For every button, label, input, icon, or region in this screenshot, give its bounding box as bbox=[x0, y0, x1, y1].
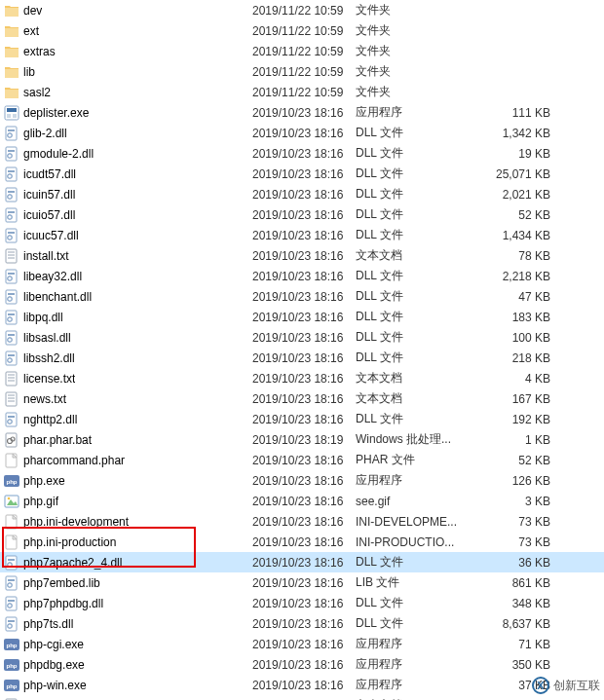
file-row[interactable]: icuin57.dll2019/10/23 18:16DLL 文件2,021 K… bbox=[0, 184, 604, 204]
file-name-cell[interactable]: lib bbox=[4, 64, 252, 80]
file-row[interactable]: php.gif2019/10/23 18:16see.gif3 KB bbox=[0, 491, 604, 511]
file-name-cell[interactable]: glib-2.dll bbox=[4, 126, 252, 141]
file-row[interactable]: news.txt2019/10/23 18:16文本文档167 KB bbox=[0, 388, 604, 409]
file-name-cell[interactable]: phpphp-cgi.exe bbox=[4, 637, 252, 652]
file-name: libssh2.dll bbox=[23, 351, 75, 365]
file-name-cell[interactable]: icudt57.dll bbox=[4, 166, 252, 182]
file-row[interactable]: php7embed.lib2019/10/23 18:16LIB 文件861 K… bbox=[0, 572, 604, 593]
file-name-cell[interactable]: libpq.dll bbox=[4, 310, 252, 325]
file-row[interactable]: extras2019/11/22 10:59文件夹 bbox=[0, 41, 604, 61]
file-date: 2019/10/23 18:16 bbox=[252, 147, 356, 161]
file-row[interactable]: gmodule-2.dll2019/10/23 18:16DLL 文件19 KB bbox=[0, 143, 604, 164]
file-name-cell[interactable]: php7ts.dll bbox=[4, 616, 252, 632]
file-row[interactable]: phpphp-cgi.exe2019/10/23 18:16应用程序71 KB bbox=[0, 634, 604, 654]
file-type: PHAR 文件 bbox=[356, 452, 482, 468]
file-row[interactable]: install.txt2019/10/23 18:16文本文档78 KB bbox=[0, 245, 604, 266]
file-date: 2019/10/23 18:16 bbox=[252, 249, 356, 263]
file-row[interactable]: lib2019/11/22 10:59文件夹 bbox=[0, 61, 604, 82]
file-row[interactable]: phpphpdbg.exe2019/10/23 18:16应用程序350 KB bbox=[0, 654, 604, 675]
file-size: 1,342 KB bbox=[482, 127, 560, 140]
file-row[interactable]: sasl22019/11/22 10:59文件夹 bbox=[0, 82, 604, 102]
file-name-cell[interactable]: php.gif bbox=[4, 494, 252, 509]
file-name: glib-2.dll bbox=[23, 127, 67, 140]
file-size: 71 KB bbox=[482, 638, 560, 651]
file-row[interactable]: libpq.dll2019/10/23 18:16DLL 文件183 KB bbox=[0, 307, 604, 327]
file-name-cell[interactable]: ext bbox=[4, 23, 252, 39]
file-row[interactable]: phpphp.exe2019/10/23 18:16应用程序126 KB bbox=[0, 470, 604, 491]
file-name-cell[interactable]: libsasl.dll bbox=[4, 330, 252, 346]
folder-icon bbox=[4, 23, 19, 39]
phpexe-icon: php bbox=[4, 678, 19, 693]
file-row[interactable]: deplister.exe2019/10/23 18:16应用程序111 KB bbox=[0, 102, 604, 123]
file-size: 348 KB bbox=[482, 597, 560, 610]
file-type: DLL 文件 bbox=[356, 288, 482, 305]
file-name-cell[interactable]: sasl2 bbox=[4, 85, 252, 100]
file-row[interactable]: icuuc57.dll2019/10/23 18:16DLL 文件1,434 K… bbox=[0, 225, 604, 245]
file-name-cell[interactable]: php7embed.lib bbox=[4, 575, 252, 591]
file-list[interactable]: dev2019/11/22 10:59文件夹ext2019/11/22 10:5… bbox=[0, 0, 604, 700]
file-name-cell[interactable]: phpphp.exe bbox=[4, 473, 252, 489]
file-row[interactable]: readme-redist-bins.txt2019/10/23 18:16文本… bbox=[0, 695, 604, 700]
txt-icon bbox=[4, 248, 19, 264]
file-name-cell[interactable]: license.txt bbox=[4, 371, 252, 387]
file-name-cell[interactable]: deplister.exe bbox=[4, 105, 252, 121]
file-name-cell[interactable]: php.ini-production bbox=[4, 534, 252, 550]
phpexe-icon: php bbox=[4, 473, 19, 489]
file-name-cell[interactable]: libeay32.dll bbox=[4, 269, 252, 284]
file-name-cell[interactable]: icuio57.dll bbox=[4, 207, 252, 223]
exe-icon bbox=[4, 105, 19, 121]
dll-icon bbox=[4, 330, 19, 346]
file-name-cell[interactable]: dev bbox=[4, 3, 252, 18]
file-row[interactable]: ext2019/11/22 10:59文件夹 bbox=[0, 20, 604, 41]
file-name-cell[interactable]: nghttp2.dll bbox=[4, 412, 252, 427]
file-row[interactable]: php7apache2_4.dll2019/10/23 18:16DLL 文件3… bbox=[0, 552, 604, 572]
file-row[interactable]: icudt57.dll2019/10/23 18:16DLL 文件25,071 … bbox=[0, 164, 604, 184]
file-date: 2019/10/23 18:16 bbox=[252, 331, 356, 345]
file-row[interactable]: phpphp-win.exe2019/10/23 18:16应用程序37 KB bbox=[0, 675, 604, 695]
file-type: 文件夹 bbox=[356, 63, 482, 80]
file-row[interactable]: php.ini-development2019/10/23 18:16INI-D… bbox=[0, 511, 604, 532]
svg-text:php: php bbox=[7, 643, 18, 648]
file-row[interactable]: pharcommand.phar2019/10/23 18:16PHAR 文件5… bbox=[0, 450, 604, 470]
file-size: 218 KB bbox=[482, 351, 560, 365]
file-row[interactable]: php7phpdbg.dll2019/10/23 18:16DLL 文件348 … bbox=[0, 593, 604, 613]
file-row[interactable]: libssh2.dll2019/10/23 18:16DLL 文件218 KB bbox=[0, 348, 604, 368]
file-date: 2019/10/23 18:16 bbox=[252, 617, 356, 631]
file-name-cell[interactable]: php7apache2_4.dll bbox=[4, 555, 252, 571]
file-size: 4 KB bbox=[482, 372, 560, 386]
file-row[interactable]: libsasl.dll2019/10/23 18:16DLL 文件100 KB bbox=[0, 327, 604, 348]
file-name-cell[interactable]: php7phpdbg.dll bbox=[4, 596, 252, 611]
file-name-cell[interactable]: libenchant.dll bbox=[4, 289, 252, 305]
file-type: DLL 文件 bbox=[356, 411, 482, 427]
svg-text:php: php bbox=[7, 663, 18, 669]
file-row[interactable]: phar.phar.bat2019/10/23 18:19Windows 批处理… bbox=[0, 429, 604, 450]
file-name-cell[interactable]: icuin57.dll bbox=[4, 187, 252, 203]
file-name: php.ini-production bbox=[23, 535, 116, 549]
file-name-cell[interactable]: gmodule-2.dll bbox=[4, 146, 252, 162]
file-name-cell[interactable]: pharcommand.phar bbox=[4, 453, 252, 468]
file-name-cell[interactable]: news.txt bbox=[4, 391, 252, 407]
file-row[interactable]: nghttp2.dll2019/10/23 18:16DLL 文件192 KB bbox=[0, 409, 604, 429]
file-row[interactable]: dev2019/11/22 10:59文件夹 bbox=[0, 0, 604, 20]
file-name-cell[interactable]: php.ini-development bbox=[4, 514, 252, 530]
file-name-cell[interactable]: libssh2.dll bbox=[4, 350, 252, 366]
file-name-cell[interactable]: install.txt bbox=[4, 248, 252, 264]
file-name-cell[interactable]: phpphpdbg.exe bbox=[4, 657, 252, 673]
file-row[interactable]: license.txt2019/10/23 18:16文本文档4 KB bbox=[0, 368, 604, 388]
file-row[interactable]: libenchant.dll2019/10/23 18:16DLL 文件47 K… bbox=[0, 286, 604, 307]
file-name-cell[interactable]: phar.phar.bat bbox=[4, 432, 252, 448]
file-name: icuin57.dll bbox=[23, 188, 75, 202]
file-name-cell[interactable]: phpphp-win.exe bbox=[4, 678, 252, 693]
file-name: icudt57.dll bbox=[23, 167, 76, 181]
file-row[interactable]: php.ini-production2019/10/23 18:16INI-PR… bbox=[0, 532, 604, 552]
file-name: libeay32.dll bbox=[23, 270, 82, 283]
file-row[interactable]: php7ts.dll2019/10/23 18:16DLL 文件8,637 KB bbox=[0, 613, 604, 634]
file-type: DLL 文件 bbox=[356, 206, 482, 223]
file-row[interactable]: icuio57.dll2019/10/23 18:16DLL 文件52 KB bbox=[0, 204, 604, 225]
file-row[interactable]: glib-2.dll2019/10/23 18:16DLL 文件1,342 KB bbox=[0, 123, 604, 143]
file-name-cell[interactable]: icuuc57.dll bbox=[4, 228, 252, 243]
dll-icon bbox=[4, 412, 19, 427]
file-name-cell[interactable]: extras bbox=[4, 44, 252, 59]
file-row[interactable]: libeay32.dll2019/10/23 18:16DLL 文件2,218 … bbox=[0, 266, 604, 286]
folder-icon bbox=[4, 3, 19, 18]
